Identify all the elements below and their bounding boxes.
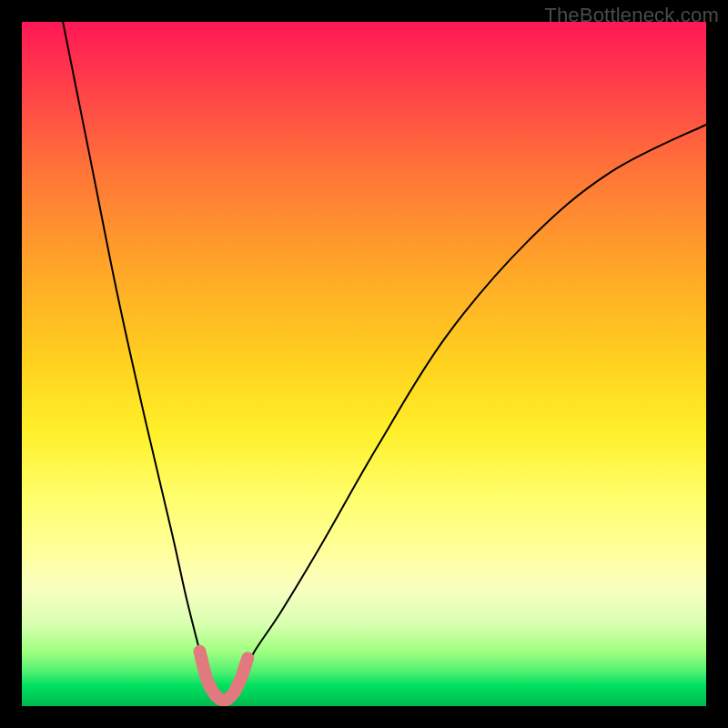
- bottleneck-curve: [63, 22, 706, 699]
- watermark-label: TheBottleneck.com: [544, 4, 719, 27]
- chart-plot-area: [22, 22, 706, 706]
- bottleneck-curve-svg: [22, 22, 706, 706]
- highlight-band: [200, 652, 248, 701]
